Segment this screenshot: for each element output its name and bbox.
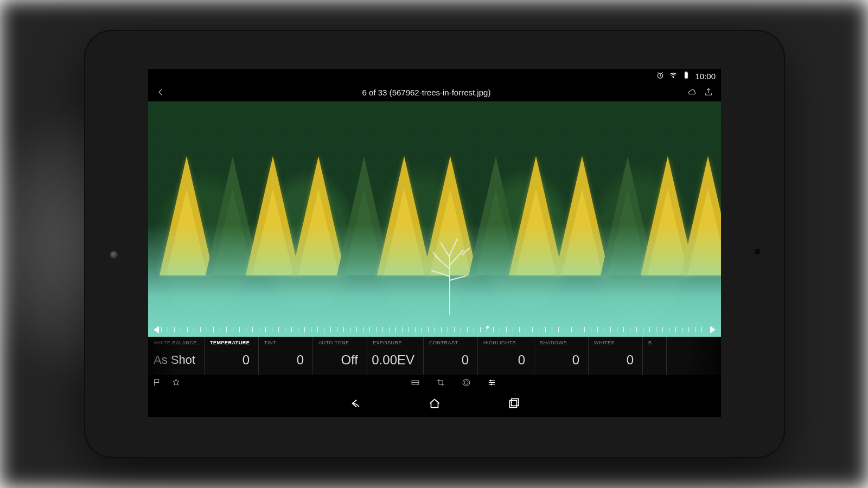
panel-value: 0 xyxy=(594,345,637,375)
svg-point-6 xyxy=(464,380,468,384)
wifi-icon xyxy=(669,71,678,81)
android-nav-bar xyxy=(148,392,721,417)
svg-point-7 xyxy=(463,379,470,386)
panel-label: B xyxy=(648,340,661,345)
panel-highlights[interactable]: HIGHLIGHTS0 xyxy=(478,337,534,375)
svg-point-9 xyxy=(492,382,493,383)
svg-point-8 xyxy=(490,380,491,381)
panel-value: 0.00EV xyxy=(373,345,418,375)
app-toolbar xyxy=(148,375,721,392)
adjust-button[interactable] xyxy=(487,378,496,389)
android-back-button[interactable] xyxy=(348,396,362,413)
panel-value: 0 xyxy=(483,345,528,375)
panel-whites[interactable]: WHITES0 xyxy=(589,337,643,375)
value-ruler[interactable] xyxy=(148,323,721,337)
panel-contrast[interactable]: CONTRAST0 xyxy=(424,337,478,375)
panel-label: SHADOWS xyxy=(540,340,583,345)
panel-label: EXPOSURE xyxy=(373,340,418,345)
panel-exposure[interactable]: EXPOSURE0.00EV xyxy=(367,337,424,375)
clock-label: 10:00 xyxy=(695,72,716,81)
panel-label: CONTRAST xyxy=(429,340,472,345)
svg-point-10 xyxy=(491,383,492,384)
panel-value: 0 xyxy=(540,345,583,375)
svg-rect-12 xyxy=(512,399,519,406)
android-recent-button[interactable] xyxy=(507,396,521,413)
panel-value: As Shot xyxy=(154,345,199,375)
photo-canvas[interactable] xyxy=(148,101,721,337)
svg-point-1 xyxy=(673,77,674,78)
ruler-current-marker xyxy=(486,326,489,329)
panel-blacks[interactable]: B xyxy=(643,337,667,375)
svg-rect-11 xyxy=(509,401,516,408)
filmstrip-button[interactable] xyxy=(411,378,420,389)
panel-value: Off xyxy=(318,345,361,375)
ruler-right-arrow-icon[interactable] xyxy=(710,326,716,333)
speaker xyxy=(755,249,760,254)
panel-white_balance[interactable]: WHITE BALANCE…As Shot xyxy=(148,337,205,375)
cloud-sync-button[interactable] xyxy=(684,87,700,97)
device-screen: 10:00 6 of 33 (567962-trees-in-forrest.j… xyxy=(148,69,721,417)
bare-tree xyxy=(412,220,488,318)
panel-value: 0 xyxy=(210,345,253,375)
panel-auto_tone[interactable]: AUTO TONEOff xyxy=(313,337,367,375)
panel-label: WHITE BALANCE… xyxy=(154,340,199,345)
back-button[interactable] xyxy=(152,87,169,97)
svg-point-4 xyxy=(178,384,178,385)
share-button[interactable] xyxy=(700,87,717,97)
panel-temperature[interactable]: TEMPERATURE0 xyxy=(205,337,259,375)
panel-value: 0 xyxy=(264,345,307,375)
ruler-left-arrow-icon[interactable] xyxy=(154,326,159,333)
star-rating-button[interactable] xyxy=(171,378,181,389)
app-header: 6 of 33 (567962-trees-in-forrest.jpg) xyxy=(148,83,721,101)
panel-label: TEMPERATURE xyxy=(210,340,253,345)
panel-label: WHITES xyxy=(594,340,637,345)
tablet-frame: 10:00 6 of 33 (567962-trees-in-forrest.j… xyxy=(84,30,785,458)
adjustment-strip[interactable]: WHITE BALANCE…As ShotTEMPERATURE0TINT0AU… xyxy=(148,337,721,375)
panel-label: AUTO TONE xyxy=(318,340,361,345)
battery-icon xyxy=(682,71,691,81)
panel-value xyxy=(648,345,661,375)
flag-button[interactable] xyxy=(152,378,162,389)
panel-label: HIGHLIGHTS xyxy=(483,340,528,345)
svg-rect-2 xyxy=(685,72,688,78)
android-status-bar: 10:00 xyxy=(148,69,721,83)
presets-button[interactable] xyxy=(462,378,471,389)
panel-label: TINT xyxy=(264,340,307,345)
alarm-icon xyxy=(656,71,665,81)
panel-tint[interactable]: TINT0 xyxy=(259,337,313,375)
panel-value: 0 xyxy=(429,345,472,375)
photo-counter-title: 6 of 33 (567962-trees-in-forrest.jpg) xyxy=(169,88,684,97)
crop-button[interactable] xyxy=(436,378,445,389)
svg-rect-3 xyxy=(686,72,687,72)
ruler-ticks[interactable] xyxy=(161,323,708,337)
front-camera xyxy=(110,251,118,259)
panel-shadows[interactable]: SHADOWS0 xyxy=(534,337,589,375)
android-home-button[interactable] xyxy=(427,396,442,413)
